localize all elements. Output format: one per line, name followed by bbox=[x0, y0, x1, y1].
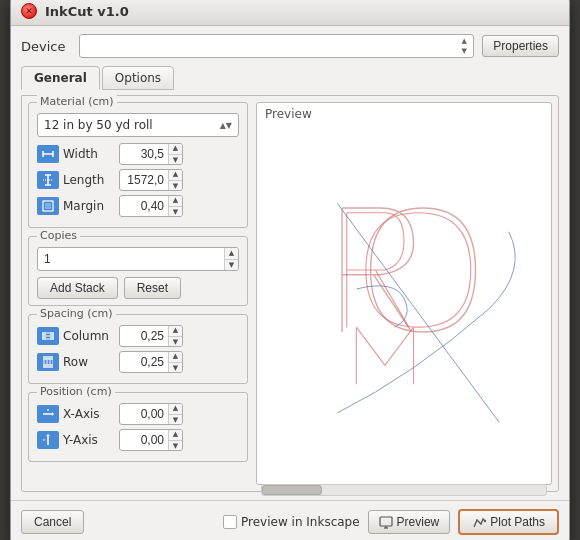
preview-inkscape-text: Preview in Inkscape bbox=[241, 515, 360, 529]
row-label: Row bbox=[63, 355, 115, 369]
copies-group-content: ▲ ▼ Add Stack Reset bbox=[37, 247, 239, 299]
window-title: InkCut v1.0 bbox=[45, 4, 129, 19]
svg-rect-25 bbox=[380, 517, 392, 526]
row-down[interactable]: ▼ bbox=[169, 363, 182, 374]
yaxis-spin[interactable]: ▲ ▼ bbox=[119, 429, 183, 451]
width-spin[interactable]: ▲ ▼ bbox=[119, 143, 183, 165]
xaxis-up[interactable]: ▲ bbox=[169, 403, 182, 415]
svg-marker-21 bbox=[46, 434, 50, 436]
copies-up[interactable]: ▲ bbox=[225, 247, 238, 260]
material-preset-combo[interactable]: 12 in by 50 yd roll ▲▼ bbox=[37, 113, 239, 137]
spacing-group-content: Column ▲ ▼ bbox=[37, 325, 239, 373]
add-stack-button[interactable]: Add Stack bbox=[37, 277, 118, 299]
column-up[interactable]: ▲ bbox=[169, 325, 182, 337]
column-down[interactable]: ▼ bbox=[169, 337, 182, 348]
column-input[interactable] bbox=[120, 329, 168, 343]
tab-options[interactable]: Options bbox=[102, 66, 174, 90]
length-down[interactable]: ▼ bbox=[169, 181, 182, 192]
length-icon bbox=[37, 171, 59, 189]
margin-label: Margin bbox=[63, 199, 115, 213]
plot-paths-button[interactable]: Plot Paths bbox=[458, 509, 559, 535]
svg-rect-13 bbox=[43, 356, 53, 360]
margin-down[interactable]: ▼ bbox=[169, 207, 182, 218]
svg-rect-23 bbox=[261, 137, 547, 471]
row-icon bbox=[37, 353, 59, 371]
margin-row: Margin ▲ ▼ bbox=[37, 195, 239, 217]
preview-scrollbar-h[interactable] bbox=[261, 484, 547, 496]
copies-group: Copies ▲ ▼ bbox=[28, 236, 248, 306]
device-combo[interactable]: ▲ ▼ bbox=[79, 34, 474, 58]
yaxis-icon bbox=[37, 431, 59, 449]
width-icon bbox=[37, 145, 59, 163]
xaxis-down[interactable]: ▼ bbox=[169, 415, 182, 426]
device-row: Device ▲ ▼ Properties bbox=[21, 34, 559, 58]
copies-action-row: Add Stack Reset bbox=[37, 277, 239, 299]
preview-inkscape-checkbox[interactable] bbox=[223, 515, 237, 529]
xaxis-label: X-Axis bbox=[63, 407, 115, 421]
column-spin[interactable]: ▲ ▼ bbox=[119, 325, 183, 347]
bottom-bar: Cancel Preview in Inkscape Preview Plot … bbox=[11, 500, 569, 540]
position-group: Position (cm) bbox=[28, 392, 248, 462]
width-label: Width bbox=[63, 147, 115, 161]
material-group-content: 12 in by 50 yd roll ▲▼ bbox=[37, 113, 239, 217]
yaxis-up[interactable]: ▲ bbox=[169, 429, 182, 441]
yaxis-down[interactable]: ▼ bbox=[169, 441, 182, 452]
length-row: Length ▲ ▼ bbox=[37, 169, 239, 191]
preview-box: Preview bbox=[256, 102, 552, 485]
width-down[interactable]: ▼ bbox=[169, 155, 182, 166]
xaxis-icon bbox=[37, 405, 59, 423]
material-preset-row: 12 in by 50 yd roll ▲▼ bbox=[37, 113, 239, 137]
length-up[interactable]: ▲ bbox=[169, 169, 182, 181]
length-spin[interactable]: ▲ ▼ bbox=[119, 169, 183, 191]
xaxis-spin[interactable]: ▲ ▼ bbox=[119, 403, 183, 425]
copies-combo[interactable]: ▲ ▼ bbox=[37, 247, 239, 271]
preview-button[interactable]: Preview bbox=[368, 510, 451, 534]
svg-rect-10 bbox=[50, 332, 54, 340]
preview-content bbox=[261, 127, 547, 480]
preview-inkscape-label[interactable]: Preview in Inkscape bbox=[223, 515, 360, 529]
preview-svg bbox=[261, 127, 547, 480]
svg-rect-9 bbox=[42, 332, 46, 340]
device-label: Device bbox=[21, 39, 71, 54]
copies-input[interactable] bbox=[38, 252, 224, 266]
preview-icon bbox=[379, 515, 393, 529]
width-input[interactable] bbox=[120, 147, 168, 161]
close-button[interactable]: ✕ bbox=[21, 3, 37, 19]
length-input[interactable] bbox=[120, 173, 168, 187]
column-icon bbox=[37, 327, 59, 345]
yaxis-input[interactable] bbox=[120, 433, 168, 447]
width-up[interactable]: ▲ bbox=[169, 143, 182, 155]
xaxis-input[interactable] bbox=[120, 407, 168, 421]
copies-group-title: Copies bbox=[37, 229, 80, 242]
tab-content: Material (cm) 12 in by 50 yd roll ▲▼ bbox=[21, 95, 559, 492]
tab-general[interactable]: General bbox=[21, 66, 100, 90]
device-up-arrow[interactable]: ▲ bbox=[459, 36, 469, 46]
copies-down[interactable]: ▼ bbox=[225, 260, 238, 272]
tab-bar: General Options bbox=[21, 66, 559, 90]
margin-up[interactable]: ▲ bbox=[169, 195, 182, 207]
plot-icon bbox=[472, 515, 486, 529]
column-row: Column ▲ ▼ bbox=[37, 325, 239, 347]
yaxis-row: Y-Axis ▲ ▼ bbox=[37, 429, 239, 451]
margin-spin[interactable]: ▲ ▼ bbox=[119, 195, 183, 217]
content-area: Device ▲ ▼ Properties General Options Ma… bbox=[11, 26, 569, 500]
reset-button[interactable]: Reset bbox=[124, 277, 181, 299]
left-panel: Material (cm) 12 in by 50 yd roll ▲▼ bbox=[28, 102, 248, 485]
row-up[interactable]: ▲ bbox=[169, 351, 182, 363]
margin-input[interactable] bbox=[120, 199, 168, 213]
device-down-arrow[interactable]: ▼ bbox=[459, 46, 469, 56]
cancel-button[interactable]: Cancel bbox=[21, 510, 84, 534]
width-row: Width ▲ ▼ bbox=[37, 143, 239, 165]
svg-rect-8 bbox=[45, 203, 51, 209]
scrollbar-thumb[interactable] bbox=[262, 485, 322, 495]
length-label: Length bbox=[63, 173, 115, 187]
material-group-title: Material (cm) bbox=[37, 95, 117, 108]
row-input[interactable] bbox=[120, 355, 168, 369]
svg-marker-18 bbox=[52, 412, 54, 416]
column-label: Column bbox=[63, 329, 115, 343]
right-panel: Preview bbox=[256, 102, 552, 485]
properties-button[interactable]: Properties bbox=[482, 35, 559, 57]
yaxis-label: Y-Axis bbox=[63, 433, 115, 447]
row-spin[interactable]: ▲ ▼ bbox=[119, 351, 183, 373]
margin-icon bbox=[37, 197, 59, 215]
